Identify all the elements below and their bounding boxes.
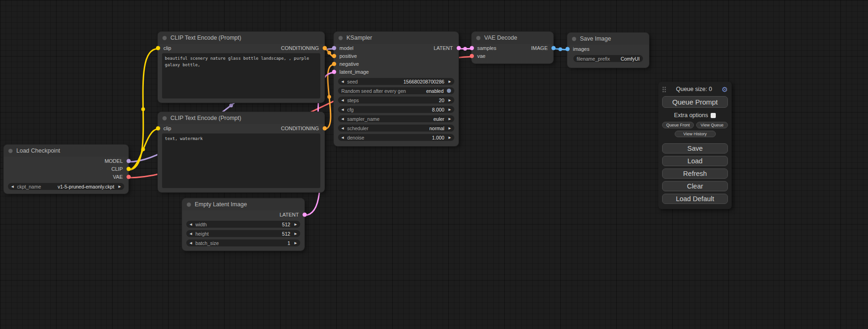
next-value-arrow-icon[interactable]: ▶ <box>449 117 451 120</box>
output-label-image: IMAGE <box>531 45 548 51</box>
node-status-dot[interactable] <box>476 36 480 40</box>
next-value-arrow-icon[interactable]: ▶ <box>295 232 297 235</box>
input-slot-clip[interactable] <box>156 46 160 50</box>
next-value-arrow-icon[interactable]: ▶ <box>295 223 297 226</box>
node-graph-canvas[interactable]: Load Checkpoint MODEL CLIP VAE ◀ ckpt_na… <box>0 0 868 329</box>
node-empty-latent-image[interactable]: Empty Latent Image LATENT ◀ width 512 ▶ … <box>182 198 304 251</box>
prev-value-arrow-icon[interactable]: ◀ <box>190 241 192 245</box>
node-title-bar[interactable]: CLIP Text Encode (Prompt) <box>158 112 325 124</box>
node-status-dot[interactable] <box>339 36 343 40</box>
widget-value: ComfyUI <box>621 56 640 62</box>
clear-button[interactable]: Clear <box>662 181 728 191</box>
load-default-button[interactable]: Load Default <box>662 194 728 204</box>
link-midpoint-dot <box>558 48 562 51</box>
input-slot-latent-image[interactable] <box>332 70 336 74</box>
widget-height[interactable]: ◀ height 512 ▶ <box>186 230 300 237</box>
node-title-bar[interactable]: CLIP Text Encode (Prompt) <box>158 32 325 44</box>
node-status-dot[interactable] <box>572 37 576 41</box>
node-ksampler[interactable]: KSampler model LATENT positive negative … <box>334 32 459 146</box>
widget-sampler-name[interactable]: ◀ sampler_name euler ▶ <box>338 115 454 122</box>
node-title-bar[interactable]: Save Image <box>567 33 649 45</box>
node-status-dot[interactable] <box>8 149 13 153</box>
input-slot-samples[interactable] <box>470 46 474 50</box>
output-slot-latent[interactable] <box>457 46 461 50</box>
output-slot-vae[interactable] <box>127 175 131 179</box>
widget-filename-prefix[interactable]: filename_prefix ComfyUI <box>573 55 643 62</box>
next-value-arrow-icon[interactable]: ▶ <box>449 136 451 139</box>
extra-options-checkbox[interactable] <box>711 113 716 118</box>
prompt-textarea[interactable]: text, watermark <box>162 133 320 188</box>
output-slot-latent[interactable] <box>303 212 307 217</box>
node-title-bar[interactable]: VAE Decode <box>472 32 553 44</box>
next-value-arrow-icon[interactable]: ▶ <box>449 108 451 111</box>
input-slot-negative[interactable] <box>332 62 336 66</box>
prev-value-arrow-icon[interactable]: ◀ <box>341 126 344 130</box>
node-title: Load Checkpoint <box>16 147 60 154</box>
node-status-dot[interactable] <box>187 203 191 207</box>
widget-label: denoise <box>347 135 364 140</box>
widget-label: cfg <box>347 107 353 112</box>
widget-width[interactable]: ◀ width 512 ▶ <box>186 221 300 228</box>
input-slot-model[interactable] <box>332 46 336 50</box>
next-value-arrow-icon[interactable]: ▶ <box>449 126 451 130</box>
view-queue-button[interactable]: View Queue <box>696 122 728 128</box>
output-slot-conditioning[interactable] <box>323 46 327 50</box>
input-slot-clip[interactable] <box>156 126 160 130</box>
queue-front-button[interactable]: Queue Front <box>662 122 694 128</box>
widget-label: width <box>195 222 207 227</box>
node-clip-text-encode-positive[interactable]: CLIP Text Encode (Prompt) clip CONDITION… <box>158 32 325 103</box>
node-vae-decode[interactable]: VAE Decode samples IMAGE vae <box>472 32 553 63</box>
next-value-arrow-icon[interactable]: ▶ <box>449 98 451 102</box>
node-title-bar[interactable]: Empty Latent Image <box>182 198 304 210</box>
widget-cfg[interactable]: ◀ cfg 8.000 ▶ <box>338 106 454 113</box>
link-midpoint-dot <box>463 47 467 51</box>
widget-seed[interactable]: ◀ seed 156680208700286 ▶ <box>338 78 454 85</box>
queue-prompt-button[interactable]: Queue Prompt <box>662 96 728 108</box>
widget-denoise[interactable]: ◀ denoise 1.000 ▶ <box>338 134 454 141</box>
output-slot-model[interactable] <box>127 159 131 163</box>
widget-batch-size[interactable]: ◀ batch_size 1 ▶ <box>186 239 300 246</box>
prompt-textarea[interactable]: beautiful scenery nature glass bottle la… <box>162 53 320 98</box>
drag-handle-icon[interactable] <box>662 86 666 92</box>
node-clip-text-encode-negative[interactable]: CLIP Text Encode (Prompt) clip CONDITION… <box>158 112 325 192</box>
node-load-checkpoint[interactable]: Load Checkpoint MODEL CLIP VAE ◀ ckpt_na… <box>4 145 128 194</box>
link-midpoint-dot <box>327 95 331 99</box>
output-slot-image[interactable] <box>551 46 556 50</box>
input-slot-positive[interactable] <box>332 54 336 58</box>
prev-value-arrow-icon[interactable]: ◀ <box>341 80 344 83</box>
view-history-button[interactable]: View History <box>675 131 716 137</box>
input-slot-vae[interactable] <box>470 54 474 58</box>
next-value-arrow-icon[interactable]: ▶ <box>449 80 451 83</box>
node-save-image[interactable]: Save Image images filename_prefix ComfyU… <box>567 33 649 68</box>
refresh-button[interactable]: Refresh <box>662 168 728 179</box>
save-button[interactable]: Save <box>662 143 728 154</box>
input-slot-images[interactable] <box>565 47 570 51</box>
output-slot-conditioning[interactable] <box>323 126 327 130</box>
next-value-arrow-icon[interactable]: ▶ <box>295 241 297 245</box>
toggle-on-indicator[interactable] <box>447 89 451 93</box>
node-title: Empty Latent Image <box>195 201 247 208</box>
widget-ckpt-name[interactable]: ◀ ckpt_name v1-5-pruned-emaonly.ckpt ▶ <box>8 183 124 190</box>
prev-value-arrow-icon[interactable]: ◀ <box>341 136 344 139</box>
node-title-bar[interactable]: KSampler <box>334 32 459 44</box>
widget-random-seed-toggle[interactable]: Random seed after every gen enabled <box>338 87 454 94</box>
node-status-dot[interactable] <box>162 36 167 40</box>
widget-scheduler[interactable]: ◀ scheduler normal ▶ <box>338 125 454 132</box>
node-title-bar[interactable]: Load Checkpoint <box>4 145 128 157</box>
prev-value-arrow-icon[interactable]: ◀ <box>11 185 14 188</box>
load-button[interactable]: Load <box>662 156 728 166</box>
prev-value-arrow-icon[interactable]: ◀ <box>190 232 192 235</box>
widget-steps[interactable]: ◀ steps 20 ▶ <box>338 97 454 104</box>
node-status-dot[interactable] <box>162 116 167 120</box>
next-value-arrow-icon[interactable]: ▶ <box>119 185 121 188</box>
input-label-negative: negative <box>339 61 359 67</box>
prev-value-arrow-icon[interactable]: ◀ <box>341 98 344 102</box>
input-label-images: images <box>573 46 589 52</box>
prev-value-arrow-icon[interactable]: ◀ <box>341 108 344 111</box>
settings-gear-icon[interactable]: ⚙ <box>722 86 728 93</box>
input-label-model: model <box>339 45 353 51</box>
widget-value: 20 <box>439 98 445 103</box>
prev-value-arrow-icon[interactable]: ◀ <box>341 117 344 120</box>
output-slot-clip[interactable] <box>127 167 131 171</box>
prev-value-arrow-icon[interactable]: ◀ <box>190 223 192 226</box>
